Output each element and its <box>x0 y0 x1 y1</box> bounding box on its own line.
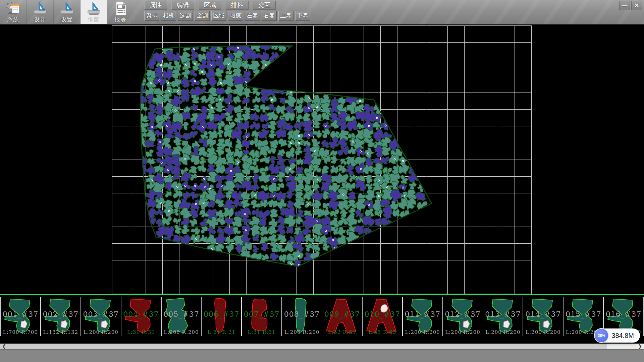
nav-button-label: 设计 <box>34 16 46 23</box>
menu-item-4[interactable]: 交互 <box>253 1 276 10</box>
nav-button-layout[interactable]: 排版 <box>80 0 107 24</box>
piece-name: 003_#37 <box>81 310 121 318</box>
piece-lr-count: L:200 R:200 <box>162 329 201 335</box>
piece-thumbnail-11[interactable]: 011_#37L:200 R:200 <box>402 297 442 336</box>
gear-document-icon <box>6 1 21 16</box>
tool-button-1[interactable]: 相机 <box>161 11 176 21</box>
piece-lr-count: L:31 R:31 <box>121 329 161 335</box>
piece-name: 012_#37 <box>443 310 483 318</box>
memory-usage-badge: 38% 384.8M <box>595 328 640 343</box>
piece-name: 014_#37 <box>523 310 563 318</box>
tool-button-6[interactable]: 左靠 <box>245 11 260 21</box>
nesting-workspace-canvas[interactable] <box>0 24 644 294</box>
piece-thumbnail-9[interactable]: 009_#37L:32 R:31 <box>322 297 362 336</box>
piece-thumbnail-6[interactable]: 006_#37L:21 R:21 <box>201 297 241 336</box>
tool-button-4[interactable]: 区域 <box>211 11 226 21</box>
tool-button-5[interactable]: 瑕疵 <box>228 11 243 21</box>
menu-area: 属性编辑区域排料交互 聚排相机选割全割区域瑕疵左靠右靠上靠下靠 <box>144 1 312 21</box>
piece-lr-count: L:32 R:31 <box>322 329 362 335</box>
nav-button-label: 排版 <box>88 16 100 23</box>
piece-name: 009_#37 <box>322 310 362 318</box>
ruler-icon <box>33 1 48 16</box>
report-icon <box>113 1 128 16</box>
nav-button-label: 系统 <box>7 16 19 23</box>
ruler-icon <box>59 1 75 16</box>
tool-button-9[interactable]: 下靠 <box>295 11 310 21</box>
piece-name: 007_#37 <box>242 310 281 318</box>
piece-thumbnail-10[interactable]: 010_#37L:33 R:33 <box>362 297 402 336</box>
percent-indicator: 38% <box>594 328 609 343</box>
tool-button-2[interactable]: 选割 <box>178 11 193 21</box>
piece-thumbnail-4[interactable]: 004_#37L:31 R:31 <box>121 297 161 336</box>
piece-lr-count: L:200 R:200 <box>443 329 483 335</box>
piece-thumbnail-7[interactable]: 007_#37L:31 R:31 <box>241 297 281 336</box>
piece-thumbnail-12[interactable]: 012_#37L:200 R:200 <box>442 297 483 336</box>
nav-button-label: 设置 <box>61 16 73 23</box>
memory-value: 384.8M <box>611 332 634 340</box>
menubar: 属性编辑区域排料交互 <box>144 1 312 10</box>
tool-button-7[interactable]: 右靠 <box>262 11 277 21</box>
piece-lr-count: L:200 R:200 <box>403 329 442 335</box>
close-button[interactable]: ✕ <box>631 1 642 10</box>
piece-lr-count: L:31 R:31 <box>242 329 281 335</box>
nav-button-design[interactable]: 设计 <box>27 0 54 24</box>
piece-thumbnail-2[interactable]: 002_#37L:132 R:132 <box>40 297 80 336</box>
nav-button-label: 报表 <box>115 16 127 23</box>
piece-thumbnail-3[interactable]: 003_#37L:200 R:200 <box>80 297 121 336</box>
scroll-left-arrow-icon[interactable]: ❮ <box>1 344 7 349</box>
footer-bar <box>0 349 644 362</box>
piece-name: 006_#37 <box>202 310 241 318</box>
piece-thumbnail-13[interactable]: 013_#37L:200 R:200 <box>483 297 523 336</box>
piece-lr-count: L:21 R:21 <box>202 329 241 335</box>
piece-name: 002_#37 <box>41 310 80 318</box>
piece-name: 004_#37 <box>121 310 161 318</box>
piece-thumbnail-5[interactable]: 005_#37L:200 R:200 <box>161 297 201 336</box>
piece-thumbnail-8[interactable]: 008_#37L:200 R:200 <box>281 297 322 336</box>
nav-button-system[interactable]: 系统 <box>0 0 27 24</box>
piece-name: 008_#37 <box>282 310 322 318</box>
app-window: 系统设计设置排版报表 属性编辑区域排料交互 聚排相机选割全割区域瑕疵左靠右靠上靠… <box>0 0 644 362</box>
piece-lr-count: L:200 R:200 <box>483 329 523 335</box>
piece-thumbnail-14[interactable]: 014_#37L:200 R:200 <box>523 297 563 336</box>
tool-button-0[interactable]: 聚排 <box>144 11 159 21</box>
piece-name: 011_#37 <box>403 310 442 318</box>
menu-item-3[interactable]: 排料 <box>226 1 249 10</box>
menu-item-0[interactable]: 属性 <box>144 1 167 10</box>
piece-lr-count: L:33 R:33 <box>363 329 402 335</box>
piece-name: 013_#37 <box>483 310 523 318</box>
tool-button-row: 聚排相机选割全割区域瑕疵左靠右靠上靠下靠 <box>144 11 312 21</box>
piece-name: 005_#37 <box>162 310 201 318</box>
menu-item-1[interactable]: 编辑 <box>171 1 194 10</box>
horizontal-scrollbar[interactable]: ❮ ❯ <box>0 344 644 349</box>
filmstrip-separator <box>0 294 644 297</box>
minimize-button[interactable]: — <box>619 1 630 10</box>
menu-item-2[interactable]: 区域 <box>199 1 221 10</box>
piece-filmstrip: 001_#37L:700 R:700002_#37L:132 R:132003_… <box>0 297 644 336</box>
tool-button-3[interactable]: 全割 <box>195 11 210 21</box>
nav-button-settings[interactable]: 设置 <box>54 0 80 24</box>
piece-lr-count: L:200 R:200 <box>282 329 322 335</box>
piece-lr-count: L:200 R:200 <box>523 329 563 335</box>
toolbar: 系统设计设置排版报表 属性编辑区域排料交互 聚排相机选割全割区域瑕疵左靠右靠上靠… <box>0 0 644 24</box>
main-nav-buttons: 系统设计设置排版报表 <box>0 0 134 24</box>
scroll-right-arrow-icon[interactable]: ❯ <box>637 344 643 349</box>
nav-button-report[interactable]: 报表 <box>107 0 134 24</box>
piece-name: 010_#37 <box>363 310 402 318</box>
tool-button-8[interactable]: 上靠 <box>278 11 293 21</box>
piece-name: 015_#37 <box>564 310 603 318</box>
piece-lr-count: L:132 R:132 <box>41 329 80 335</box>
piece-lr-count: L:200 R:200 <box>81 329 121 335</box>
piece-name: 001_#37 <box>1 310 40 318</box>
piece-name: 016_#37 <box>604 310 643 318</box>
window-controls: — ✕ <box>618 1 642 10</box>
piece-lr-count: L:700 R:700 <box>1 329 40 335</box>
ruler-icon <box>86 1 102 16</box>
piece-thumbnail-1[interactable]: 001_#37L:700 R:700 <box>0 297 40 336</box>
